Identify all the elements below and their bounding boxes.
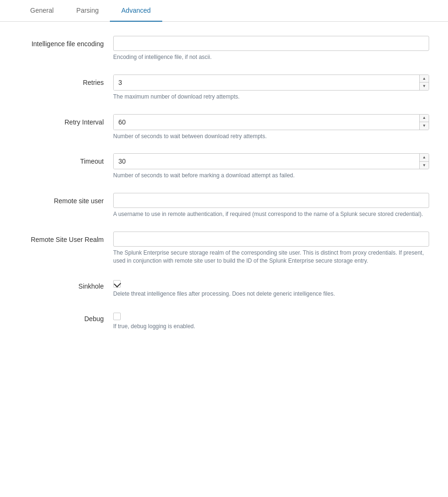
intelligence-file-encoding-field: Encoding of intelligence file, if not as… [113,36,429,61]
timeout-row: Timeout ▲ ▼ Number of seconds to wait be… [19,153,429,180]
timeout-input[interactable] [114,154,419,169]
debug-help: If true, debug logging is enabled. [113,323,429,331]
remote-site-user-realm-field: The Splunk Enterprise secure storage rea… [113,232,429,265]
retry-interval-row: Retry Interval ▲ ▼ Number of seconds to … [19,114,429,141]
form-container: Intelligence file encoding Encoding of i… [0,22,448,358]
retries-decrement[interactable]: ▼ [420,83,429,90]
intelligence-file-encoding-input[interactable] [113,36,429,51]
retry-interval-field: ▲ ▼ Number of seconds to wait between do… [113,114,429,141]
remote-site-user-realm-input[interactable] [113,232,429,247]
retries-input-wrapper: ▲ ▼ [113,75,429,91]
timeout-spinner: ▲ ▼ [419,154,429,169]
debug-row: Debug If true, debug logging is enabled. [19,311,429,331]
page-container: General Parsing Advanced Intelligence fi… [0,0,448,358]
tab-advanced[interactable]: Advanced [110,0,162,22]
sinkhole-field: Delete threat intelligence files after p… [113,278,429,298]
tabs-container: General Parsing Advanced [0,0,448,22]
retries-spinner: ▲ ▼ [419,75,429,90]
debug-field: If true, debug logging is enabled. [113,311,429,331]
retry-interval-input-wrapper: ▲ ▼ [113,114,429,130]
retry-interval-input[interactable] [114,115,419,130]
debug-checkbox[interactable] [113,313,121,320]
timeout-input-wrapper: ▲ ▼ [113,153,429,169]
timeout-decrement[interactable]: ▼ [420,162,429,169]
remote-site-user-realm-label: Remote Site User Realm [19,232,113,245]
tab-general[interactable]: General [19,0,65,22]
intelligence-file-encoding-help: Encoding of intelligence file, if not as… [113,53,429,61]
remote-site-user-input[interactable] [113,193,429,208]
remote-site-user-field: A username to use in remote authenticati… [113,193,429,218]
remote-site-user-row: Remote site user A username to use in re… [19,193,429,218]
remote-site-user-realm-help: The Splunk Enterprise secure storage rea… [113,249,429,265]
retry-interval-label: Retry Interval [19,114,113,127]
sinkhole-checkbox-wrapper [113,280,429,288]
retries-field: ▲ ▼ The maximum number of download retry… [113,75,429,101]
retry-interval-decrement[interactable]: ▼ [420,122,429,130]
retries-input[interactable] [114,75,419,90]
retries-help: The maximum number of download retry att… [113,93,429,101]
timeout-field: ▲ ▼ Number of seconds to wait before mar… [113,153,429,180]
retries-label: Retries [19,75,113,88]
intelligence-file-encoding-row: Intelligence file encoding Encoding of i… [19,36,429,61]
sinkhole-row: Sinkhole Delete threat intelligence file… [19,278,429,298]
timeout-help: Number of seconds to wait before marking… [113,172,429,180]
retry-interval-increment[interactable]: ▲ [420,115,429,123]
retry-interval-spinner: ▲ ▼ [419,115,429,130]
sinkhole-help: Delete threat intelligence files after p… [113,290,429,298]
remote-site-user-help: A username to use in remote authenticati… [113,210,429,218]
retries-row: Retries ▲ ▼ The maximum number of downlo… [19,75,429,101]
sinkhole-label: Sinkhole [19,278,113,291]
intelligence-file-encoding-label: Intelligence file encoding [19,36,113,49]
retry-interval-help: Number of seconds to wait between downlo… [113,133,429,141]
debug-label: Debug [19,311,113,324]
remote-site-user-realm-row: Remote Site User Realm The Splunk Enterp… [19,232,429,265]
timeout-label: Timeout [19,153,113,166]
debug-checkbox-wrapper [113,313,429,320]
retries-increment[interactable]: ▲ [420,75,429,83]
tab-parsing[interactable]: Parsing [65,0,110,22]
remote-site-user-label: Remote site user [19,193,113,206]
timeout-increment[interactable]: ▲ [420,154,429,162]
sinkhole-checkbox[interactable] [113,280,121,288]
